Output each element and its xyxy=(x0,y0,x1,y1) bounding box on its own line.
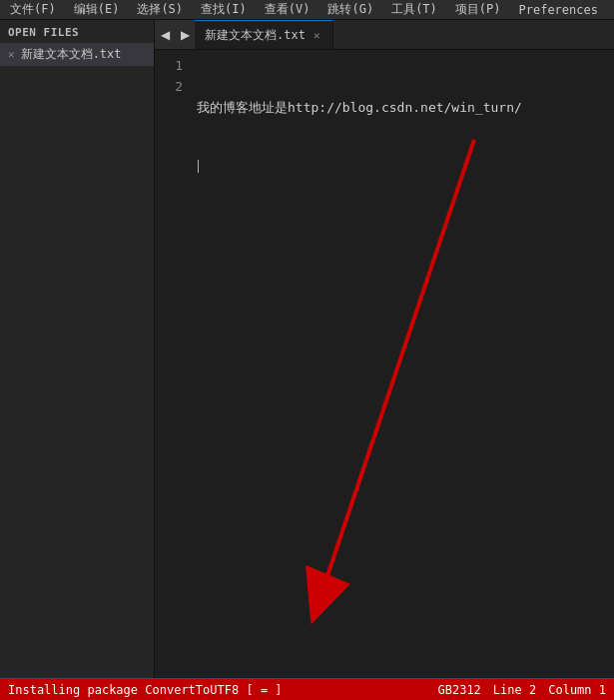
sidebar-header: OPEN FILES xyxy=(0,20,154,43)
menu-view[interactable]: 查看(V) xyxy=(259,0,316,20)
line-number-2: 2 xyxy=(155,77,183,98)
menu-select[interactable]: 选择(S) xyxy=(131,0,189,20)
editor-line-1: 我的博客地址是http://blog.csdn.net/win_turn/ xyxy=(197,98,614,119)
close-icon[interactable]: ✕ xyxy=(8,48,15,61)
status-equals xyxy=(254,683,261,697)
editor-content[interactable]: 1 2 我的博客地址是http://blog.csdn.net/win_turn… xyxy=(155,50,614,678)
menu-goto[interactable]: 跳转(G) xyxy=(321,0,379,20)
line-number-1: 1 xyxy=(155,56,183,77)
line-numbers: 1 2 xyxy=(155,50,191,678)
tab-title: 新建文本文档.txt xyxy=(205,27,306,44)
tab-active[interactable]: 新建文本文档.txt ✕ xyxy=(195,20,333,49)
menu-preferences[interactable]: Preferences xyxy=(513,1,604,19)
menu-tools[interactable]: 工具(T) xyxy=(385,0,443,20)
statusbar: Installing package ConvertToUTF8 [ = ] G… xyxy=(0,678,614,700)
editor-line-1-content: 我的博客地址是http://blog.csdn.net/win_turn/ xyxy=(197,98,522,119)
editor-text[interactable]: 我的博客地址是http://blog.csdn.net/win_turn/ xyxy=(191,50,614,678)
editor-area: ◀ ▶ 新建文本文档.txt ✕ 1 2 我的博客地址是http://blog.… xyxy=(155,20,614,678)
statusbar-right: GB2312 Line 2 Column 1 xyxy=(437,683,606,697)
status-column: Column 1 xyxy=(548,683,606,697)
status-encoding: GB2312 xyxy=(437,683,480,697)
sidebar: OPEN FILES ✕ 新建文本文档.txt xyxy=(0,20,155,678)
menu-file[interactable]: 文件(F) xyxy=(4,0,62,20)
menu-edit[interactable]: 编辑(E) xyxy=(68,0,126,20)
status-line: Line 2 xyxy=(493,683,536,697)
menu-find[interactable]: 查找(I) xyxy=(195,0,253,20)
menu-project[interactable]: 项目(P) xyxy=(449,0,507,20)
statusbar-left: Installing package ConvertToUTF8 [ = ] xyxy=(8,683,425,697)
tab-close-icon[interactable]: ✕ xyxy=(311,28,322,43)
tab-prev-button[interactable]: ◀ xyxy=(155,20,175,49)
tab-next-button[interactable]: ▶ xyxy=(175,20,195,49)
tab-bar: ◀ ▶ 新建文本文档.txt ✕ xyxy=(155,20,614,50)
menubar: 文件(F) 编辑(E) 选择(S) 查找(I) 查看(V) 跳转(G) 工具(T… xyxy=(0,0,614,20)
status-equals-bracket: = ] xyxy=(261,683,283,697)
sidebar-item-file[interactable]: ✕ 新建文本文档.txt xyxy=(0,43,154,66)
status-installing: Installing package ConvertToUTF8 [ xyxy=(8,683,254,697)
menu-help[interactable]: 帮助(H) xyxy=(610,0,614,20)
sidebar-filename: 新建文本文档.txt xyxy=(21,46,146,63)
main-layout: OPEN FILES ✕ 新建文本文档.txt ◀ ▶ 新建文本文档.txt ✕… xyxy=(0,20,614,678)
editor-line-2 xyxy=(197,160,614,173)
